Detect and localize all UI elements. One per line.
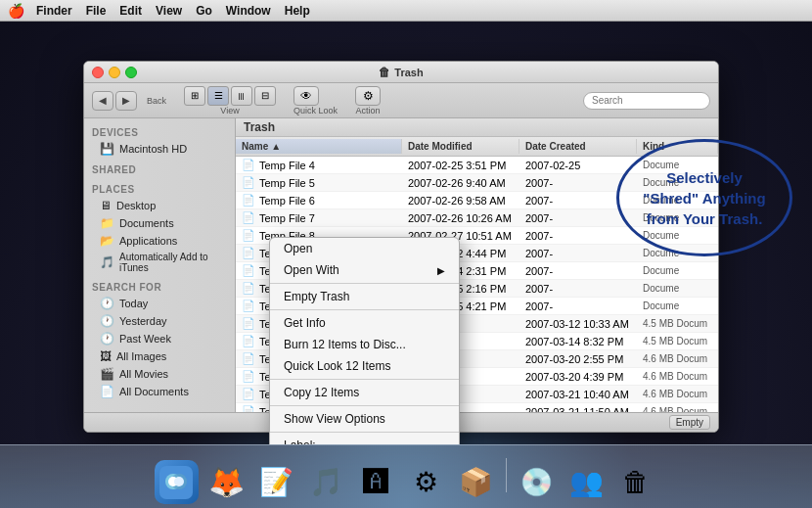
quicklook-label: Quick Look	[293, 106, 338, 115]
view-icons: ⊞ ☰ ⫼ ⊟	[184, 86, 276, 106]
back-button[interactable]: ◀	[92, 91, 113, 111]
dock-appstore[interactable]: 🅰	[354, 460, 398, 504]
ctx-view-options[interactable]: Show View Options	[270, 408, 459, 430]
quicklook-button[interactable]: 👁	[293, 86, 319, 106]
ctx-copy[interactable]: Copy 12 Items	[270, 382, 459, 403]
trash-icon: 🗑	[379, 66, 390, 79]
itunes-icon: 🎵	[100, 255, 114, 269]
minimize-button[interactable]	[109, 67, 120, 78]
file-icon: 📄	[242, 159, 255, 171]
icon-view-button[interactable]: ⊞	[184, 86, 205, 106]
sidebar-item-past-week[interactable]: 🕐 Past Week	[84, 330, 235, 347]
shared-header: SHARED	[84, 162, 235, 177]
search-section: SEARCH FOR 🕐 Today 🕐 Yesterday 🕐 Past We…	[84, 277, 235, 402]
table-row[interactable]: 📄Temp File 52007-02-26 9:40 AM2007-Docum…	[236, 174, 718, 192]
action-section: ⚙ Action	[355, 86, 381, 115]
sidebar-item-yesterday-label: Yesterday	[119, 315, 167, 327]
table-row[interactable]: 📄Temp File 72007-02-26 10:26 AM2007-Docu…	[236, 209, 718, 227]
sidebar-item-past-week-label: Past Week	[119, 333, 171, 345]
menubar-edit[interactable]: Edit	[119, 4, 142, 18]
sidebar-item-applications-label: Applications	[119, 235, 177, 247]
coverflow-button[interactable]: ⊟	[254, 86, 276, 106]
ctx-open-with[interactable]: Open With ▶	[270, 259, 459, 281]
ctx-label-text: Label:	[270, 435, 459, 444]
file-icon: 📄	[242, 370, 255, 383]
places-header: PLACES	[84, 181, 235, 197]
ctx-separator-1	[270, 283, 459, 284]
dock-contacts[interactable]: 👥	[564, 460, 609, 504]
file-icon: 📄	[242, 405, 255, 412]
sidebar-item-desktop-label: Desktop	[116, 200, 156, 211]
table-row[interactable]: 📄Temp File 42007-02-25 3:51 PM2007-02-25…	[236, 157, 718, 174]
traffic-lights[interactable]	[92, 67, 137, 78]
menubar-view[interactable]: View	[156, 4, 182, 18]
dock-itunes[interactable]: 🎵	[304, 460, 348, 504]
name-column-header[interactable]: Name ▲	[236, 139, 402, 154]
sidebar-item-yesterday[interactable]: 🕐 Yesterday	[84, 312, 235, 330]
column-view-button[interactable]: ⫼	[231, 86, 252, 106]
movies-icon: 🎬	[100, 367, 114, 381]
sidebar-item-desktop[interactable]: 🖥 Desktop	[84, 197, 235, 214]
menubar-window[interactable]: Window	[226, 4, 271, 18]
sidebar-item-all-documents[interactable]: 📄 All Documents	[84, 383, 235, 400]
modified-column-header[interactable]: Date Modified	[402, 139, 519, 154]
action-label: Action	[355, 106, 381, 115]
kind-column-header[interactable]: Kind	[637, 139, 718, 154]
dock-archive[interactable]: 📦	[454, 460, 498, 504]
list-view-button[interactable]: ☰	[207, 86, 229, 106]
dock-trash[interactable]: 🗑	[614, 460, 658, 504]
close-button[interactable]	[92, 67, 104, 78]
empty-trash-button[interactable]: Empty	[669, 415, 710, 430]
shared-section: SHARED	[84, 160, 235, 179]
ctx-burn[interactable]: Burn 12 Items to Disc...	[270, 334, 459, 355]
action-button[interactable]: ⚙	[355, 86, 381, 106]
menubar-finder[interactable]: Finder	[36, 4, 72, 18]
ctx-open[interactable]: Open	[270, 238, 459, 259]
devices-header: DEVICES	[84, 124, 235, 140]
created-column-header[interactable]: Date Created	[519, 139, 637, 154]
dock-separator	[506, 458, 507, 492]
ctx-separator-2	[270, 309, 459, 310]
dock-settings[interactable]: ⚙	[404, 460, 448, 504]
submenu-arrow: ▶	[437, 265, 445, 276]
sidebar-item-itunes[interactable]: 🎵 Automatically Add to iTunes	[84, 250, 235, 275]
applications-icon: 📂	[100, 234, 114, 248]
pastweek-icon: 🕐	[100, 332, 114, 346]
dock-notes[interactable]: 📝	[254, 460, 298, 504]
menubar-file[interactable]: File	[86, 4, 107, 18]
table-row[interactable]: 📄Temp File 62007-02-26 9:58 AM2007-Docum…	[236, 192, 718, 209]
sidebar-item-all-images-label: All Images	[116, 350, 166, 362]
sidebar-item-all-images[interactable]: 🖼 All Images	[84, 347, 235, 365]
maximize-button[interactable]	[125, 67, 137, 78]
sort-arrow: ▲	[271, 141, 281, 152]
dock-firefox[interactable]: 🦊	[204, 460, 248, 504]
ctx-empty-trash[interactable]: Empty Trash	[270, 286, 459, 307]
menubar-go[interactable]: Go	[196, 4, 212, 18]
sidebar-item-all-movies-label: All Movies	[119, 368, 168, 380]
sidebar-item-itunes-label: Automatically Add to iTunes	[119, 252, 227, 273]
sidebar-item-all-movies[interactable]: 🎬 All Movies	[84, 365, 235, 383]
ctx-quick-look[interactable]: Quick Look 12 Items	[270, 355, 459, 377]
sidebar-item-macintosh-label: Macintosh HD	[119, 143, 187, 155]
file-icon: 📄	[242, 352, 255, 365]
ctx-get-info[interactable]: Get Info	[270, 312, 459, 334]
trash-folder-header: Trash	[236, 118, 718, 137]
places-section: PLACES 🖥 Desktop 📁 Documents 📂 Applicati…	[84, 179, 235, 277]
search-input[interactable]	[583, 92, 710, 110]
sidebar-item-applications[interactable]: 📂 Applications	[84, 232, 235, 250]
dock-disk[interactable]: 💿	[515, 460, 559, 504]
sidebar-item-documents[interactable]: 📁 Documents	[84, 214, 235, 232]
file-icon: 📄	[242, 211, 255, 224]
dock-finder[interactable]	[155, 460, 199, 504]
sidebar-item-macintosh[interactable]: 💾 Macintosh HD	[84, 140, 235, 158]
apple-menu[interactable]: 🍎	[8, 3, 24, 19]
view-label: View	[184, 106, 276, 115]
forward-button[interactable]: ▶	[115, 91, 137, 111]
sidebar-item-today[interactable]: 🕐 Today	[84, 295, 235, 312]
menubar-help[interactable]: Help	[285, 4, 310, 18]
view-group: ⊞ ☰ ⫼ ⊟ View	[184, 86, 276, 115]
ctx-separator-4	[270, 405, 459, 406]
file-icon: 📄	[242, 388, 255, 400]
file-icon: 📄	[242, 247, 255, 259]
documents-icon: 📁	[100, 216, 114, 230]
